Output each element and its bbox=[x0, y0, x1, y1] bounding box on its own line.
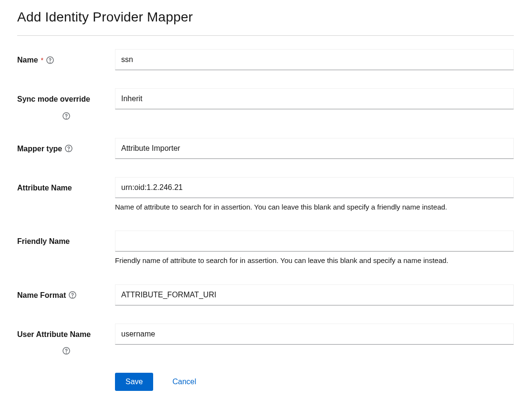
help-icon[interactable] bbox=[65, 145, 73, 152]
label-attribute-name: Attribute Name bbox=[17, 182, 115, 194]
label-friendly-name-text: Friendly Name bbox=[17, 235, 70, 248]
help-icon[interactable] bbox=[17, 112, 115, 120]
save-button[interactable]: Save bbox=[115, 373, 153, 391]
title-divider bbox=[17, 35, 514, 36]
required-asterisk: * bbox=[41, 55, 43, 65]
help-icon[interactable] bbox=[46, 56, 54, 64]
row-friendly-name: Friendly Name Friendly name of attribute… bbox=[17, 231, 514, 266]
label-mapper-type: Mapper type bbox=[17, 143, 115, 155]
label-friendly-name: Friendly Name bbox=[17, 235, 115, 248]
row-attribute-name: Attribute Name Name of attribute to sear… bbox=[17, 177, 514, 213]
name-format-select[interactable] bbox=[115, 284, 514, 305]
label-name-text: Name bbox=[17, 54, 38, 66]
label-name-format-text: Name Format bbox=[17, 289, 66, 302]
user-attribute-name-input[interactable] bbox=[115, 324, 514, 345]
actions-row: Save Cancel bbox=[115, 373, 514, 391]
label-name: Name * bbox=[17, 54, 115, 66]
label-user-attribute-name-text: User Attribute Name bbox=[17, 328, 91, 341]
label-sync-mode: Sync mode override bbox=[17, 93, 115, 120]
attribute-name-help: Name of attribute to search for in asser… bbox=[115, 202, 514, 213]
name-input[interactable] bbox=[115, 49, 514, 70]
label-mapper-type-text: Mapper type bbox=[17, 143, 62, 155]
help-icon[interactable] bbox=[17, 347, 115, 355]
row-name: Name * bbox=[17, 49, 514, 70]
row-sync-mode: Sync mode override bbox=[17, 88, 514, 120]
label-name-format: Name Format bbox=[17, 289, 115, 302]
help-icon[interactable] bbox=[69, 291, 76, 299]
row-user-attribute-name: User Attribute Name bbox=[17, 324, 514, 355]
friendly-name-input[interactable] bbox=[115, 231, 514, 252]
attribute-name-input[interactable] bbox=[115, 177, 514, 198]
row-mapper-type: Mapper type bbox=[17, 138, 514, 159]
page-title: Add Identity Provider Mapper bbox=[17, 10, 514, 25]
sync-mode-select[interactable] bbox=[115, 88, 514, 109]
label-attribute-name-text: Attribute Name bbox=[17, 182, 72, 194]
cancel-button[interactable]: Cancel bbox=[172, 378, 196, 386]
friendly-name-help: Friendly name of attribute to search for… bbox=[115, 255, 514, 266]
label-user-attribute-name: User Attribute Name bbox=[17, 328, 115, 355]
mapper-type-select[interactable] bbox=[115, 138, 514, 159]
label-sync-mode-text: Sync mode override bbox=[17, 93, 90, 105]
row-name-format: Name Format bbox=[17, 284, 514, 305]
